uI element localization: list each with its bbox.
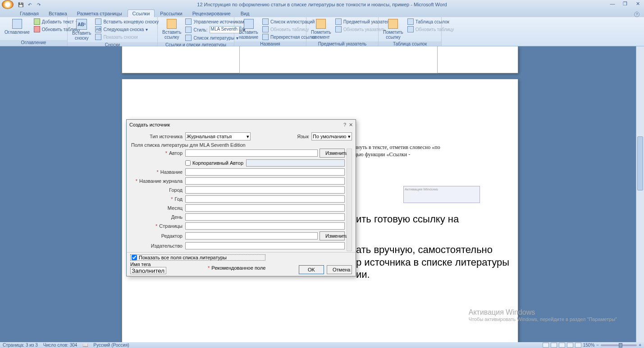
chevron-down-icon: ▾	[348, 134, 351, 140]
index-icon	[335, 18, 342, 25]
scrollbar-thumb[interactable]	[637, 136, 643, 190]
windows-watermark: Активация Windows Чтобы активировать Win…	[469, 308, 617, 322]
field-input-8[interactable]	[185, 222, 345, 230]
tab-insert[interactable]: Вставка	[44, 10, 72, 17]
minimize-button[interactable]: —	[608, 1, 617, 7]
title-bar: 💾 ↶ ↷ 12 Инструкция по оформлению статьи…	[0, 0, 644, 9]
next-footnote-button[interactable]: ABСледующая сноска ▾	[94, 26, 160, 33]
cancel-button[interactable]: Отмена	[327, 265, 352, 274]
tab-mailings[interactable]: Рассылки	[155, 10, 187, 17]
zoom-slider[interactable]	[601, 344, 637, 346]
insert-endnote-button[interactable]: Вставить концевую сноску	[94, 18, 160, 25]
insert-citation-button[interactable]: Вставить ссылку	[160, 18, 184, 41]
field-label: *Название журнала	[130, 178, 185, 184]
window-title: 12 Инструкция по оформлению статьи в спи…	[197, 2, 447, 7]
edit-button[interactable]: Изменить	[320, 149, 345, 158]
corporate-author-checkbox[interactable]: Корпоративный Автор	[185, 160, 243, 166]
tag-name-input[interactable]	[130, 267, 166, 274]
preview-thumbnail: Активация Windows	[403, 186, 480, 203]
save-icon[interactable]: 💾	[17, 1, 24, 8]
tab-view[interactable]: Вид	[236, 10, 254, 17]
field-label: Месяц	[130, 205, 185, 211]
insert-caption-button[interactable]: Вставить название	[236, 18, 261, 41]
chevron-down-icon: ▾	[247, 134, 249, 140]
field-input-4[interactable]	[185, 186, 345, 194]
field-input-9[interactable]	[185, 232, 318, 240]
citation-icon	[167, 19, 177, 29]
field-input-5[interactable]	[185, 195, 345, 203]
footnote-icon: AB¹	[76, 19, 87, 30]
mark-citation-icon	[388, 19, 398, 29]
maximize-button[interactable]: ❐	[621, 1, 630, 7]
print-layout-view[interactable]	[543, 343, 549, 348]
redo-icon[interactable]: ↷	[35, 1, 42, 8]
edit-button[interactable]: Изменить	[320, 231, 345, 240]
field-input-3[interactable]	[185, 177, 345, 185]
quick-access-toolbar: 💾 ↶ ↷	[17, 1, 42, 8]
field-input-7[interactable]	[185, 213, 345, 221]
zoom-out-button[interactable]: −	[596, 343, 599, 348]
word-count[interactable]: Число слов: 304	[43, 343, 78, 348]
ribbon: Оглавление Добавить текст ▾ Обновить таб…	[0, 17, 644, 46]
language-indicator[interactable]: Русский (Россия)	[93, 343, 129, 348]
tag-name-label: Имя тега	[130, 262, 166, 267]
zoom-level[interactable]: 150%	[583, 343, 595, 348]
field-input-6[interactable]	[185, 204, 345, 212]
field-label: *Название	[130, 169, 185, 175]
table-of-authorities-button[interactable]: Таблица ссылок	[406, 18, 456, 25]
status-bar: Страница: 3 из 3 Число слов: 304 📖 Русск…	[0, 342, 644, 348]
group-toc-label: Оглавление	[0, 40, 67, 46]
tab-home[interactable]: Главная	[15, 10, 43, 17]
recommended-note: Рекомендованное поле	[211, 265, 265, 271]
corporate-author-input[interactable]	[246, 159, 345, 167]
mark-entry-button[interactable]: Пометить элемент	[308, 18, 334, 41]
field-label: Город	[130, 187, 185, 193]
tab-references[interactable]: Ссылки	[128, 9, 155, 17]
vertical-scrollbar[interactable]	[636, 46, 644, 342]
tab-page-layout[interactable]: Разметка страницы	[73, 10, 127, 17]
group-captions-label: Названия	[234, 41, 306, 46]
document-text: ить готовую ссылку на	[356, 213, 459, 226]
mark-citation-button[interactable]: Пометить ссылку	[380, 18, 406, 41]
field-label: Редактор	[130, 233, 185, 239]
dialog-help-button[interactable]: ?	[343, 122, 346, 128]
dialog-close-button[interactable]: ✕	[349, 122, 353, 128]
add-text-icon	[34, 18, 40, 25]
show-all-fields-checkbox[interactable]: Показать все поля списка литературы	[130, 254, 265, 261]
toc-label: Оглавление	[5, 30, 30, 35]
undo-icon[interactable]: ↶	[26, 1, 33, 8]
update-toa-button[interactable]: Обновить таблицу	[406, 26, 456, 33]
group-index-label: Предметный указатель	[306, 41, 378, 46]
full-screen-view[interactable]	[551, 343, 557, 348]
page-indicator[interactable]: Страница: 3 из 3	[3, 343, 38, 348]
bibliography-icon	[185, 35, 192, 41]
office-button[interactable]	[2, 0, 14, 9]
close-button[interactable]: ✕	[633, 1, 642, 7]
ok-button[interactable]: OK	[299, 265, 324, 274]
field-input-2[interactable]	[185, 168, 345, 176]
fields-section-label: Поля списка литературы для MLA Seventh E…	[131, 142, 352, 148]
source-type-label: Тип источника	[130, 134, 185, 139]
language-select[interactable]: По умолчанию▾	[311, 132, 352, 140]
field-input-10[interactable]	[185, 242, 345, 249]
tab-review[interactable]: Рецензирование	[188, 10, 235, 17]
insert-footnote-button[interactable]: AB¹Вставить сноску	[69, 18, 94, 41]
show-notes-button[interactable]: Показать сноски	[94, 33, 160, 41]
update-icon	[407, 26, 414, 32]
tof-icon	[262, 18, 269, 25]
page-previous	[122, 46, 518, 73]
update-icon	[262, 26, 269, 32]
spell-check-icon[interactable]: 📖	[82, 343, 88, 348]
dialog-titlebar: Создать источник ? ✕	[127, 120, 356, 130]
draft-view[interactable]	[575, 343, 581, 348]
field-label: Издательство	[130, 243, 185, 249]
outline-view[interactable]	[567, 343, 573, 348]
source-type-select[interactable]: Журнальная статья▾	[185, 132, 251, 140]
hide-ribbon-button[interactable]: ?	[634, 12, 639, 17]
toc-button[interactable]: Оглавление	[2, 18, 32, 36]
zoom-in-button[interactable]: +	[639, 343, 641, 348]
web-layout-view[interactable]	[559, 343, 565, 348]
create-source-dialog: Создать источник ? ✕ Тип источника Журна…	[126, 119, 356, 276]
field-input-0[interactable]	[185, 149, 318, 157]
dialog-scrollbar[interactable]	[347, 149, 352, 251]
